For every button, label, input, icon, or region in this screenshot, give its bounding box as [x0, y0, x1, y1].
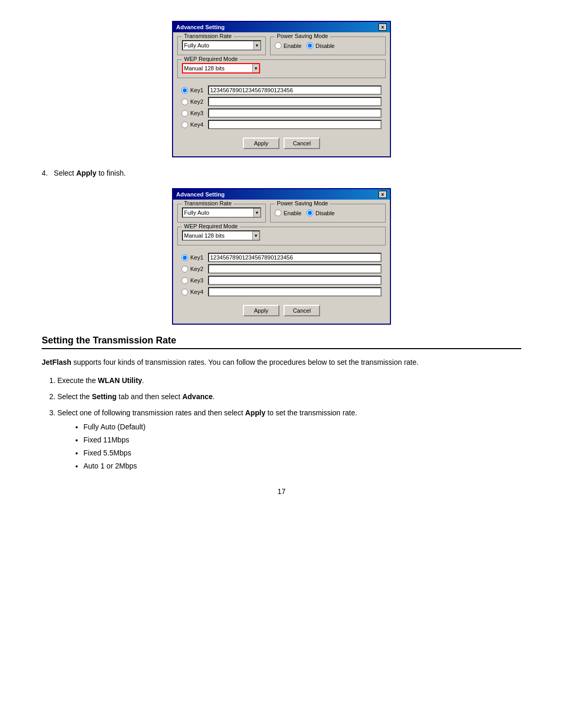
dialog1-power-label: Power Saving Mode: [275, 33, 330, 39]
dialog1-key3-label: Key3: [181, 110, 205, 117]
dialog2-key4-row: Key4: [181, 287, 382, 297]
dialog1-close-button[interactable]: ×: [378, 23, 387, 31]
dialog1-apply-button[interactable]: Apply: [243, 138, 279, 149]
dialog2-disable-label: Disable: [315, 210, 335, 216]
dialog1-key2-input[interactable]: [208, 97, 382, 106]
dialog1-enable-radio-row: Enable: [275, 42, 301, 49]
dialog2-enable-label: Enable: [284, 210, 301, 216]
step2-bold1: Setting: [92, 392, 116, 401]
intro-text: supports four kinds of transmission rate…: [71, 358, 419, 366]
bullet-2: Fixed 11Mbps: [83, 435, 521, 446]
dialog1-key4-label: Key4: [181, 121, 205, 128]
section-heading: Setting the Transmission Rate: [42, 335, 521, 349]
dialog2-key4-label: Key4: [181, 289, 205, 295]
dialog2-key3-input[interactable]: [208, 276, 382, 285]
dialog2-wep-select-wrapper[interactable]: Manual 128 bits Manual 64 bits Auto Disa…: [182, 230, 260, 241]
dialog1-transmission-select[interactable]: Fully Auto Fixed 11Mbps Fixed 5.5Mbps Au…: [182, 40, 261, 51]
intro-paragraph: JetFlash supports four kinds of transmis…: [42, 356, 521, 368]
dialog2-transmission-label: Transmission Rate: [182, 200, 234, 206]
dialog2-key1-label: Key1: [181, 254, 205, 261]
dialog2: Advanced Setting × Transmission Rate Ful…: [172, 188, 391, 325]
dialog1-power-group: Power Saving Mode Enable Disable: [270, 36, 386, 55]
dialog1-body: Transmission Rate Fully Auto Fixed 11Mbp…: [173, 32, 390, 156]
dialog2-transmission-select-wrapper[interactable]: Fully Auto Fixed 11Mbps Fixed 5.5Mbps Au…: [182, 207, 261, 218]
dialog1-transmission-group: Transmission Rate Fully Auto Fixed 11Mbp…: [177, 36, 266, 55]
dialog1-key4-input[interactable]: [208, 120, 382, 129]
dialog2-title: Advanced Setting: [176, 191, 225, 198]
dialog1-key3-row: Key3: [181, 108, 382, 118]
dialog1-titlebar: Advanced Setting ×: [173, 22, 390, 32]
dialog1-power-radio-row: Enable Disable: [275, 42, 381, 49]
dialog2-wep-group: WEP Required Mode Manual 128 bits Manual…: [177, 227, 386, 245]
dialog2-key4-radio[interactable]: [181, 289, 188, 295]
dialog1-key3-input[interactable]: [208, 108, 382, 118]
dialog1-title: Advanced Setting: [176, 24, 225, 30]
dialog1-disable-radio[interactable]: [307, 42, 313, 49]
dialog2-close-button[interactable]: ×: [378, 191, 387, 198]
step2: Select the Setting tab and then select A…: [57, 391, 521, 402]
dialog2-key2-radio[interactable]: [181, 266, 188, 273]
step1-bold: WLAN Utility: [98, 376, 142, 385]
dialog1-buttons: Apply Cancel: [177, 138, 386, 152]
bullet-1: Fully Auto (Default): [83, 422, 521, 433]
dialog1-key2-radio[interactable]: [181, 98, 188, 105]
step4-text: 4. Select Apply to finish.: [42, 168, 521, 179]
dialog1-key1-row: Key1: [181, 85, 382, 95]
dialog2-titlebar: Advanced Setting ×: [173, 189, 390, 200]
bullet-4: Auto 1 or 2Mbps: [83, 461, 521, 472]
step3-bold: Apply: [245, 409, 265, 417]
dialog2-key3-label: Key3: [181, 277, 205, 284]
dialog1-wep-label: WEP Required Mode: [182, 56, 240, 62]
dialog2-wep-label: WEP Required Mode: [182, 223, 240, 229]
dialog1-enable-label: Enable: [284, 43, 301, 49]
dialog2-key-section: Key1 Key2 Key3: [177, 251, 386, 301]
dialog2-wep-select[interactable]: Manual 128 bits Manual 64 bits Auto Disa…: [182, 230, 260, 241]
dialog2-disable-radio-row: Disable: [307, 209, 335, 216]
dialog1-wep-select[interactable]: Manual 128 bits Manual 64 bits Auto Disa…: [182, 63, 260, 73]
step3: Select one of following transmission rat…: [57, 408, 521, 472]
brand-name: JetFlash: [42, 358, 71, 366]
dialog1-key1-label: Key1: [181, 87, 205, 94]
dialog2-disable-radio[interactable]: [307, 209, 313, 216]
dialog1-key1-radio[interactable]: [181, 87, 188, 94]
step4-apply-bold: Apply: [76, 169, 96, 177]
dialog2-key1-radio[interactable]: [181, 254, 188, 261]
dialog1-key2-label: Key2: [181, 98, 205, 105]
dialog2-wrapper: Advanced Setting × Transmission Rate Ful…: [42, 188, 521, 325]
dialog2-apply-button[interactable]: Apply: [243, 305, 279, 316]
dialog2-key3-radio[interactable]: [181, 277, 188, 284]
dialog1-key-section: Key1 Key2 Key3: [177, 83, 386, 133]
dialog1-enable-radio[interactable]: [275, 42, 282, 49]
dialog2-power-label: Power Saving Mode: [275, 200, 330, 206]
steps-list: Execute the WLAN Utility. Select the Set…: [57, 375, 521, 472]
page-number: 17: [42, 487, 521, 496]
dialog2-transmission-select[interactable]: Fully Auto Fixed 11Mbps Fixed 5.5Mbps Au…: [182, 207, 261, 218]
step2-bold2: Advance: [182, 392, 213, 401]
dialog1-key3-radio[interactable]: [181, 110, 188, 117]
dialog2-enable-radio[interactable]: [275, 209, 282, 216]
dialog1-cancel-button[interactable]: Cancel: [284, 138, 320, 149]
dialog1-key2-row: Key2: [181, 97, 382, 106]
dialog2-key2-input[interactable]: [208, 264, 382, 274]
dialog1-transmission-select-wrapper[interactable]: Fully Auto Fixed 11Mbps Fixed 5.5Mbps Au…: [182, 40, 261, 51]
dialog2-top-row: Transmission Rate Fully Auto Fixed 11Mbp…: [177, 204, 386, 223]
dialog2-key2-row: Key2: [181, 264, 382, 274]
dialog2-key1-row: Key1: [181, 253, 382, 262]
dialog2-key1-input[interactable]: [208, 253, 382, 262]
bullet-list: Fully Auto (Default) Fixed 11Mbps Fixed …: [83, 422, 521, 472]
dialog2-power-radio-row: Enable Disable: [275, 209, 381, 216]
dialog1-top-row: Transmission Rate Fully Auto Fixed 11Mbp…: [177, 36, 386, 55]
dialog1-key4-row: Key4: [181, 120, 382, 129]
dialog1-wep-group: WEP Required Mode Manual 128 bits Manual…: [177, 59, 386, 78]
dialog1-wep-select-wrapper[interactable]: Manual 128 bits Manual 64 bits Auto Disa…: [182, 63, 260, 73]
dialog2-cancel-button[interactable]: Cancel: [284, 305, 320, 316]
dialog2-power-group: Power Saving Mode Enable Disable: [270, 204, 386, 223]
dialog2-body: Transmission Rate Fully Auto Fixed 11Mbp…: [173, 200, 390, 324]
dialog1-key4-radio[interactable]: [181, 121, 188, 128]
step1: Execute the WLAN Utility.: [57, 375, 521, 386]
dialog2-key4-input[interactable]: [208, 287, 382, 297]
dialog1-wrapper: Advanced Setting × Transmission Rate Ful…: [42, 21, 521, 157]
dialog2-buttons: Apply Cancel: [177, 305, 386, 319]
dialog2-enable-radio-row: Enable: [275, 209, 301, 216]
dialog1-key1-input[interactable]: [208, 85, 382, 95]
